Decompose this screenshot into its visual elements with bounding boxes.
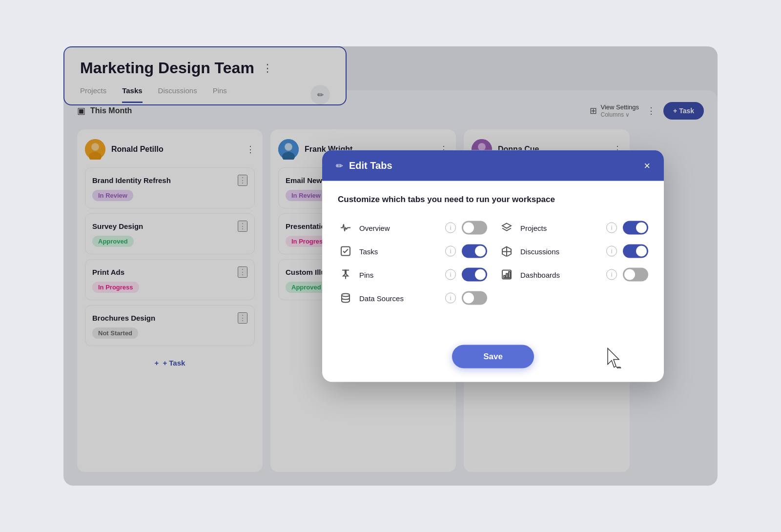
svg-point-15 [342,294,349,297]
svg-rect-22 [506,274,508,278]
toggle-dashboards[interactable] [623,268,648,282]
dashboards-info-icon[interactable]: i [606,269,617,280]
bell-icon [499,244,514,259]
tab-label-dashboards: Dashboards [520,270,600,279]
modal-header: ✏ Edit Tabs × [322,150,664,181]
tab-label-data-sources: Data Sources [359,294,439,302]
modal-footer: Save [322,337,664,382]
svg-marker-16 [502,224,511,228]
save-button[interactable]: Save [452,345,534,368]
tab-row-pins: Pins i [338,263,487,286]
tab-row-dashboards: Dashboards i [499,263,648,286]
toggle-data-sources[interactable] [462,291,487,305]
pins-info-icon[interactable]: i [445,269,456,280]
projects-info-icon[interactable]: i [606,223,617,233]
layers-icon [499,220,514,236]
toggle-pins-slider [462,268,487,282]
toggle-discussions[interactable] [623,245,648,258]
pin-icon [338,267,353,283]
toggle-tasks[interactable] [462,245,487,258]
svg-rect-21 [504,276,505,278]
toggle-dashboards-slider [623,268,648,282]
overview-info-icon[interactable]: i [445,223,456,233]
pulse-icon [338,220,353,236]
toggle-data-sources-slider [462,291,487,305]
modal-subtitle: Customize which tabs you need to run you… [338,195,648,205]
tab-row-data-sources: Data Sources i [338,286,487,310]
tab-label-discussions: Discussions [520,247,600,255]
data-sources-info-icon[interactable]: i [445,293,456,304]
chart-icon [499,267,514,283]
toggle-projects-slider [623,221,648,235]
tab-label-overview: Overview [359,224,439,232]
database-icon [338,290,353,306]
tab-row-tasks: Tasks i [338,240,487,263]
edit-tabs-modal: ✏ Edit Tabs × Customize which tabs you n… [322,150,664,382]
tab-row-discussions: Discussions i [499,240,648,263]
checkbox-icon [338,244,353,259]
tab-row-overview: Overview i [338,216,487,240]
toggle-discussions-slider [623,245,648,258]
modal-body: Customize which tabs you need to run you… [322,181,664,337]
toggle-overview[interactable] [462,221,487,235]
tasks-info-icon[interactable]: i [445,246,456,257]
tab-label-tasks: Tasks [359,247,439,255]
tab-row-projects: Projects i [499,216,648,240]
tab-label-projects: Projects [520,224,600,232]
modal-close-button[interactable]: × [644,160,650,171]
tab-config-column-right: Projects i [499,216,648,310]
tab-label-pins: Pins [359,270,439,279]
discussions-info-icon[interactable]: i [606,246,617,257]
toggle-overview-slider [462,221,487,235]
svg-rect-23 [509,272,510,278]
toggle-projects[interactable] [623,221,648,235]
modal-pencil-icon: ✏ [336,160,343,171]
tabs-grid: Overview i [338,216,648,310]
toggle-pins[interactable] [462,268,487,282]
modal-title: Edit Tabs [349,160,638,171]
toggle-tasks-slider [462,245,487,258]
tab-config-column-left: Overview i [338,216,487,310]
